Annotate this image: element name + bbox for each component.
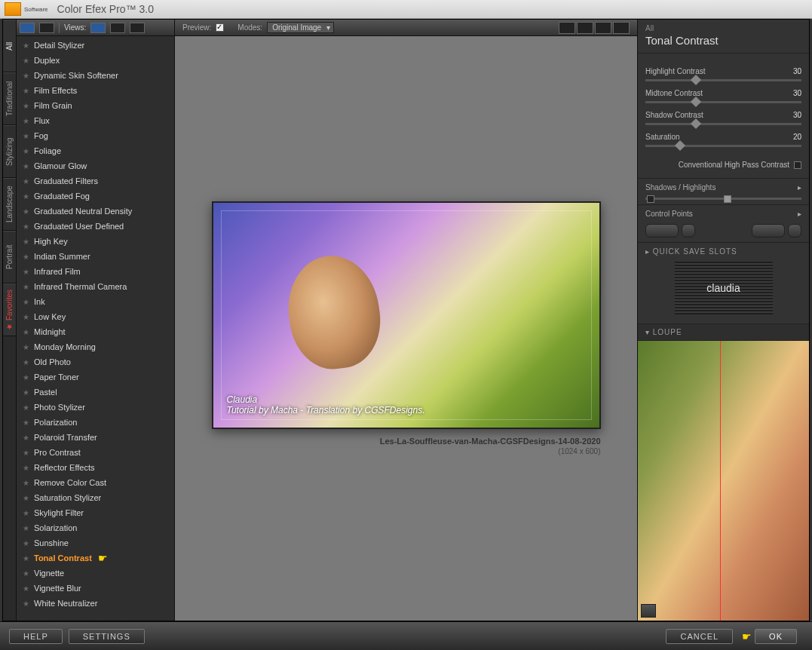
hp-contrast-checkbox[interactable] [794,161,801,169]
star-icon[interactable]: ★ [23,253,29,261]
filter-item[interactable]: ★Monday Morning [17,339,174,354]
star-icon[interactable]: ★ [23,524,29,532]
tab-landscape[interactable]: Landscape [3,178,16,231]
slider-track[interactable] [645,145,801,147]
star-icon[interactable]: ★ [23,268,29,276]
star-icon[interactable]: ★ [23,41,29,50]
filter-item[interactable]: ★Detail Stylizer [17,38,174,53]
wand-tool-icon[interactable] [613,22,630,34]
filter-item[interactable]: ★Old Photo [17,354,174,369]
help-button[interactable]: HELP [9,629,63,644]
filter-item[interactable]: ★Vignette Blur [17,581,174,596]
filter-item[interactable]: ★Photo Stylizer [17,400,174,415]
filter-item[interactable]: ★Film Grain [17,98,174,113]
star-icon[interactable]: ★ [23,434,29,442]
tab-all[interactable]: All [3,20,16,72]
filter-item[interactable]: ★Saturation Stylizer [17,490,174,505]
filter-item[interactable]: ★Flux [17,113,174,128]
star-icon[interactable]: ★ [23,509,29,517]
add-point-icon[interactable] [645,224,679,238]
star-icon[interactable]: ★ [23,388,29,397]
filter-item[interactable]: ★Midnight [17,324,174,339]
preview-checkbox[interactable] [216,23,224,32]
minus-point-icon[interactable] [682,224,695,238]
star-icon[interactable]: ★ [23,494,29,502]
filter-item[interactable]: ★Infrared Thermal Camera [17,279,174,294]
star-icon[interactable]: ★ [23,373,29,382]
star-icon[interactable]: ★ [23,117,29,125]
filter-item[interactable]: ★Graduated Filters [17,173,174,189]
plus-point-icon[interactable] [788,224,801,238]
star-icon[interactable]: ★ [23,207,29,216]
filter-item[interactable]: ★Duplex [17,53,174,68]
ok-button[interactable]: OK [755,629,797,644]
filter-item[interactable]: ★Graduated Neutral Density [17,204,174,219]
tab-portrait[interactable]: Portrait [3,231,16,284]
view-side-icon[interactable] [130,23,145,33]
preview-image[interactable]: Claudia Tutorial by Macha - Translation … [212,201,601,429]
filter-item[interactable]: ★Film Effects [17,83,174,98]
filter-item[interactable]: ★Solarization [17,520,174,535]
copy-point-icon[interactable] [752,224,785,238]
star-icon[interactable]: ★ [23,313,29,321]
tab-traditional[interactable]: Traditional [3,72,16,125]
filter-item[interactable]: ★Graduated Fog [17,189,174,204]
expand-icon[interactable]: ▸ [798,210,801,218]
star-icon[interactable]: ★ [23,102,29,110]
star-icon[interactable]: ★ [23,57,29,65]
filter-item[interactable]: ★Pro Contrast [17,445,174,460]
filter-item[interactable]: ★Remove Color Cast [17,475,174,490]
star-icon[interactable]: ★ [23,192,29,201]
view-list-icon[interactable] [39,23,54,33]
view-grid-icon[interactable] [20,23,35,33]
filter-item[interactable]: ★Pastel [17,385,174,400]
cancel-button[interactable]: CANCEL [666,629,733,644]
star-icon[interactable]: ★ [23,298,29,306]
star-icon[interactable]: ★ [23,132,29,140]
zoom-tool-icon[interactable] [577,22,593,34]
caret-icon[interactable]: ▸ [645,247,653,256]
hand-tool-icon[interactable] [595,22,611,34]
filter-item[interactable]: ★Vignette [17,566,174,581]
filter-item[interactable]: ★Paper Toner [17,369,174,385]
filter-item[interactable]: ★Infrared Film [17,264,174,279]
star-icon[interactable]: ★ [23,449,29,457]
loupe-preview[interactable] [638,341,809,621]
star-icon[interactable]: ★ [23,403,29,412]
tab-favorites[interactable]: ★Favorites [3,284,16,336]
star-icon[interactable]: ★ [23,222,29,231]
star-icon[interactable]: ★ [23,464,29,472]
filter-item[interactable]: ★Indian Summer [17,249,174,264]
filter-item[interactable]: ★Glamour Glow [17,158,174,173]
star-icon[interactable]: ★ [23,283,29,291]
arrow-tool-icon[interactable] [559,22,575,34]
slider-track[interactable] [645,79,801,81]
filter-item[interactable]: ★Reflector Effects [17,460,174,475]
tab-stylizing[interactable]: Stylizing [3,125,16,178]
filter-item[interactable]: ★Polarization [17,415,174,430]
star-icon[interactable]: ★ [23,419,29,427]
filter-item[interactable]: ★Foliage [17,143,174,158]
star-icon[interactable]: ★ [23,539,29,547]
loupe-mode-icon[interactable] [641,604,656,618]
star-icon[interactable]: ★ [23,162,29,170]
filter-item[interactable]: ★Polaroid Transfer [17,430,174,445]
filter-item[interactable]: ★Dynamic Skin Softener [17,68,174,83]
filter-item[interactable]: ★Low Key [17,309,174,324]
star-icon[interactable]: ★ [23,584,29,593]
filter-item[interactable]: ★Ink [17,294,174,309]
filter-list[interactable]: ★Detail Stylizer★Duplex★Dynamic Skin Sof… [17,36,174,621]
slider-track[interactable] [645,101,801,103]
star-icon[interactable]: ★ [23,238,29,246]
quick-save-slot[interactable]: claudia [675,262,773,314]
star-icon[interactable]: ★ [23,147,29,155]
filter-item[interactable]: ★High Key [17,234,174,249]
star-icon[interactable]: ★ [23,72,29,80]
caret-icon[interactable]: ▾ [645,328,653,336]
star-icon[interactable]: ★ [23,177,29,185]
star-icon[interactable]: ★ [23,569,29,578]
filter-item[interactable]: ★Skylight Filter [17,505,174,520]
star-icon[interactable]: ★ [23,479,29,487]
modes-select[interactable]: Original Image [267,22,334,33]
star-icon[interactable]: ★ [23,343,29,351]
